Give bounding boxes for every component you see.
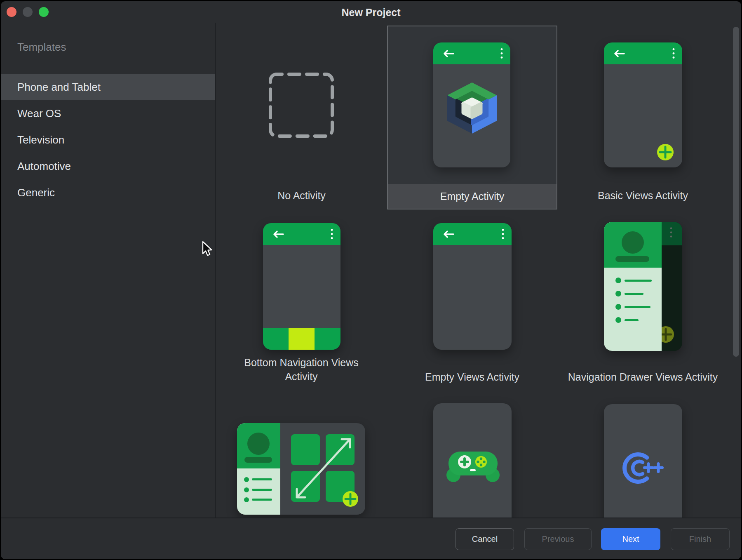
back-arrow-icon	[272, 231, 284, 238]
template-card-label: Empty Views Activity	[387, 371, 557, 383]
avatar-name-bar	[615, 256, 649, 262]
template-card-primary-detail[interactable]	[216, 394, 387, 518]
list-item-line	[252, 478, 272, 480]
new-project-dialog: New Project Templates Phone and Tablet W…	[1, 1, 741, 559]
game-controller-icon	[444, 450, 501, 485]
list-item-bullet	[244, 477, 249, 482]
drawer-item-bullet	[615, 317, 621, 323]
dashed-square-icon	[268, 72, 334, 138]
template-card-native-cpp[interactable]	[558, 394, 728, 518]
app-toolbar	[433, 42, 510, 64]
app-toolbar	[604, 42, 682, 64]
drawer-item-bullet	[615, 291, 621, 296]
sidebar-item-automotive[interactable]: Automotive	[1, 153, 215, 179]
footer-divider	[1, 518, 741, 518]
phone-mockup	[433, 403, 512, 518]
sidebar-item-label: Television	[17, 134, 64, 146]
template-card-game-activity[interactable]	[387, 394, 557, 518]
template-card-empty-activity[interactable]: Empty Activity	[387, 26, 557, 209]
tablet-mockup	[237, 423, 365, 515]
finish-button[interactable]: Finish	[671, 528, 730, 550]
phone-mockup	[263, 223, 340, 350]
drawer-item-line	[625, 306, 650, 308]
phone-mockup	[433, 42, 510, 167]
bottom-nav-segment	[315, 328, 340, 350]
kebab-menu-icon	[670, 227, 672, 238]
desktop: { "window": { "title": "New Project" }, …	[0, 0, 742, 560]
list-item-line	[252, 499, 272, 501]
sidebar-item-label: Wear OS	[17, 107, 61, 120]
back-arrow-icon	[442, 231, 455, 238]
window-title: New Project	[1, 1, 741, 23]
sidebar-item-television[interactable]: Television	[1, 127, 215, 153]
back-arrow-icon	[442, 50, 455, 57]
phone-mockup	[604, 42, 682, 167]
sidebar-item-wear-os[interactable]: Wear OS	[1, 100, 215, 127]
avatar	[622, 231, 644, 254]
phone-mockup	[604, 222, 682, 351]
phone-mockup	[433, 223, 512, 350]
template-grid: No Activity	[216, 23, 741, 518]
previous-button[interactable]: Previous	[524, 528, 592, 550]
template-card-label: Basic Views Activity	[558, 190, 728, 202]
template-card-empty-views-activity[interactable]: Empty Views Activity	[387, 220, 557, 385]
kebab-menu-icon	[331, 228, 333, 240]
kebab-menu-icon	[502, 228, 504, 240]
fab-plus-icon	[343, 491, 358, 507]
template-card-label: Empty Activity	[388, 184, 556, 209]
sidebar-header: Templates	[17, 41, 66, 54]
bottom-nav-segment	[263, 328, 289, 350]
drawer-item-bullet	[615, 304, 621, 310]
drawer-item-bullet	[615, 278, 621, 283]
template-card-navigation-drawer-views-activity[interactable]: Navigation Drawer Views Activity	[558, 220, 728, 385]
drawer-item-line	[625, 319, 639, 321]
titlebar: New Project	[1, 1, 741, 23]
template-card-label: Bottom Navigation Views Activity	[235, 355, 367, 384]
kebab-menu-icon	[500, 48, 503, 59]
back-arrow-icon	[613, 50, 625, 57]
sidebar-item-label: Phone and Tablet	[17, 81, 101, 93]
sidebar-item-phone-and-tablet[interactable]: Phone and Tablet	[1, 74, 215, 100]
list-item-bullet	[244, 497, 249, 502]
mouse-cursor-icon	[202, 241, 213, 257]
phone-mockup	[604, 404, 682, 518]
template-card-no-activity[interactable]: No Activity	[216, 26, 387, 209]
sidebar-item-label: Generic	[17, 186, 55, 199]
app-toolbar	[263, 223, 340, 245]
template-card-label: Navigation Drawer Views Activity	[558, 371, 728, 383]
template-card-label: No Activity	[216, 190, 387, 202]
jetpack-compose-logo-icon	[446, 82, 498, 136]
nav-drawer	[604, 222, 662, 351]
sidebar-item-generic[interactable]: Generic	[1, 179, 215, 206]
template-card-basic-views-activity[interactable]: Basic Views Activity	[558, 26, 728, 209]
primary-pane	[237, 423, 280, 515]
next-button[interactable]: Next	[601, 528, 660, 550]
kebab-menu-icon	[672, 48, 675, 59]
list-item-bullet	[244, 487, 249, 492]
fab-plus-icon	[657, 144, 674, 160]
avatar	[247, 433, 270, 455]
drawer-item-line	[625, 280, 652, 282]
avatar-name-bar	[244, 457, 272, 463]
cancel-button[interactable]: Cancel	[456, 528, 514, 550]
list-item-line	[252, 489, 272, 491]
vertical-scrollbar-thumb[interactable]	[733, 27, 739, 357]
sidebar-divider	[215, 23, 216, 518]
bottom-nav-selected-segment	[289, 328, 315, 350]
template-card-bottom-navigation-views-activity[interactable]: Bottom Navigation Views Activity	[216, 220, 387, 385]
cpp-logo-icon	[621, 450, 665, 486]
app-toolbar	[433, 223, 512, 245]
drawer-item-line	[625, 293, 643, 295]
sidebar-item-label: Automotive	[17, 160, 71, 172]
